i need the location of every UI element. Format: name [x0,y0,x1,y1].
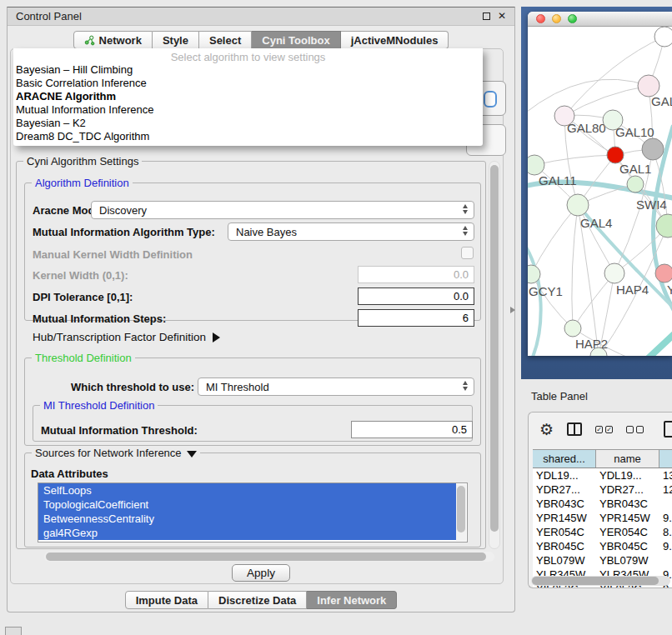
columns-icon[interactable] [567,422,582,436]
tab-label: Impute Data [136,594,198,607]
bottom-tab-infer-network[interactable]: Infer Network [307,591,397,609]
network-node-gal4[interactable] [567,194,589,216]
algorithm-option-dream8-dc-tdc-algorithm[interactable]: Dream8 DC_TDC Algorithm [13,130,483,143]
bottom-left-widget[interactable] [5,627,22,635]
data-attributes-list[interactable]: SelfLoopsTopologicalCoefficientBetweenne… [38,482,468,542]
aracne-mode-combobox[interactable]: Discovery [91,201,474,219]
hub-definition-expander[interactable]: Hub/Transcription Factor Definition [33,331,220,343]
tab-jactivemnodules[interactable]: jActiveMNodules [341,31,449,49]
kernel-width-label: Kernel Width (0,1): [33,269,128,282]
table-horizontal-scrollbar[interactable] [531,576,670,586]
table-panel: Table Panel ⚙ ✓✓ shared...nameA YDL19...… [521,385,672,635]
table-row[interactable]: YPR145WYPR145W9. [533,511,672,525]
tab-select[interactable]: Select [199,31,252,49]
settings-horizontal-scrollbar[interactable] [44,552,494,562]
deselect-all-icon[interactable] [626,426,644,433]
aracne-mode-value: Discovery [99,204,147,217]
network-node-gal1[interactable] [607,147,624,163]
network-icon [84,35,95,46]
attributes-scrollbar[interactable] [456,484,466,541]
network-node-gal11[interactable] [528,155,544,175]
table-header-row: shared...nameA [533,450,672,468]
algorithm-option-bayesian-k2[interactable]: Bayesian – K2 [13,117,483,130]
tab-label: Discretize Data [218,594,296,607]
algorithm-definition-title: Algorithm Definition [32,177,133,189]
network-node-y[interactable] [655,264,672,282]
tab-network[interactable]: Network [73,31,153,49]
combo-arrows-icon [463,226,468,236]
close-panel-icon[interactable]: ✕ [498,11,506,21]
column-header-name[interactable]: name [596,450,659,468]
network-window[interactable]: GALGAL80GAL10GAL1GAL11SWI4GAL4HAP4YGCY1H… [528,12,672,356]
select-all-icon[interactable]: ✓✓ [595,426,613,433]
control-panel-tab-bar: NetworkStyleSelectCyni ToolboxjActiveMNo… [8,31,514,49]
control-panel-titlebar: Control Panel ✕ [8,8,514,26]
zoom-traffic-light-icon[interactable] [568,14,577,23]
bottom-tab-bar: Impute DataDiscretize DataInfer Network [8,591,514,609]
table-row[interactable]: YDR27...YDR27...12 [533,482,672,497]
tab-style[interactable]: Style [153,31,199,49]
settings-horizontal-thumb[interactable] [46,552,486,561]
algorithm-option-mutual-information-inference[interactable]: Mutual Information Inference [13,103,483,117]
network-node[interactable] [656,214,672,238]
column-header-shared-[interactable]: shared... [533,450,596,468]
bottom-tab-discretize-data[interactable]: Discretize Data [208,591,307,609]
table-row[interactable]: YBR045CYBR045C9. [533,539,672,553]
which-threshold-combobox[interactable]: MI Threshold [198,378,474,396]
combo-arrows-icon [463,204,468,214]
table-cell [659,553,672,568]
network-node-label: HAP4 [616,282,649,297]
attribute-item-gal4rgexp[interactable]: gal4RGexp [38,526,456,540]
hub-definition-label: Hub/Transcription Factor Definition [33,331,206,343]
table-cell: YER054C [533,525,596,539]
network-node-label: GAL80 [567,121,606,135]
table-horizontal-thumb[interactable] [532,577,659,585]
mi-steps-input[interactable] [358,309,474,327]
network-node-swi4[interactable] [627,176,644,192]
dpi-tolerance-input[interactable] [358,288,474,305]
network-window-titlebar [528,12,672,27]
network-node-hap4[interactable] [604,263,624,283]
table-cell: YPR145W [533,511,596,525]
algorithm-option-aracne-algorithm[interactable]: ARACNE Algorithm [13,90,483,103]
gear-icon[interactable]: ⚙ [539,422,554,438]
minimize-traffic-light-icon[interactable] [552,14,561,23]
panel-splitter-handle[interactable] [510,307,515,313]
manual-kernel-checkbox[interactable] [461,247,474,259]
attribute-item-topologicalcoefficient[interactable]: TopologicalCoefficient [38,498,456,512]
mi-type-combobox[interactable]: Naive Bayes [228,222,474,241]
settings-group-title: Cyni Algorithm Settings [23,155,142,168]
algorithm-option-bayesian-hill-climbing[interactable]: Bayesian – Hill Climbing [13,63,483,77]
table-cell: 13 [659,468,672,482]
tab-label: Select [209,34,241,47]
tab-label: Cyni Toolbox [262,34,329,47]
combo-arrows-icon [463,381,468,391]
close-traffic-light-icon[interactable] [536,14,545,23]
network-canvas[interactable]: GALGAL80GAL10GAL1GAL11SWI4GAL4HAP4YGCY1H… [528,27,672,356]
algorithm-option-basic-correlation-inference[interactable]: Basic Correlation Inference [13,77,483,90]
table-row[interactable]: YDL19...YDL19...13 [533,468,672,482]
table-row[interactable]: YBL079WYBL079W [533,553,672,568]
tab-label: Network [99,34,142,47]
bottom-tab-impute-data[interactable]: Impute Data [125,591,208,609]
kernel-width-input[interactable] [358,266,474,283]
which-threshold-value: MI Threshold [206,381,269,393]
table-row[interactable]: YBR043CYBR043C [533,497,672,511]
network-node[interactable] [642,138,664,160]
table-row[interactable]: YER054CYER054C8. [533,525,672,539]
apply-button[interactable]: Apply [232,564,290,582]
float-panel-icon[interactable] [483,12,490,20]
table-cell [659,497,672,511]
tab-cyni-toolbox[interactable]: Cyni Toolbox [252,31,340,49]
attribute-item-betweennesscentrality[interactable]: BetweennessCentrality [38,512,456,526]
attributes-scrollbar-thumb[interactable] [457,486,465,532]
settings-vertical-scrollbar[interactable] [489,161,500,549]
network-node[interactable] [654,27,672,47]
mi-threshold-input[interactable] [351,421,473,438]
attribute-item-selfloops[interactable]: SelfLoops [38,483,456,498]
collapsed-triangle-icon [213,332,220,342]
settings-vertical-thumb[interactable] [490,165,499,532]
network-node-hap2[interactable] [564,320,581,337]
column-header-a[interactable]: A [659,450,672,468]
document-icon[interactable] [664,421,672,438]
